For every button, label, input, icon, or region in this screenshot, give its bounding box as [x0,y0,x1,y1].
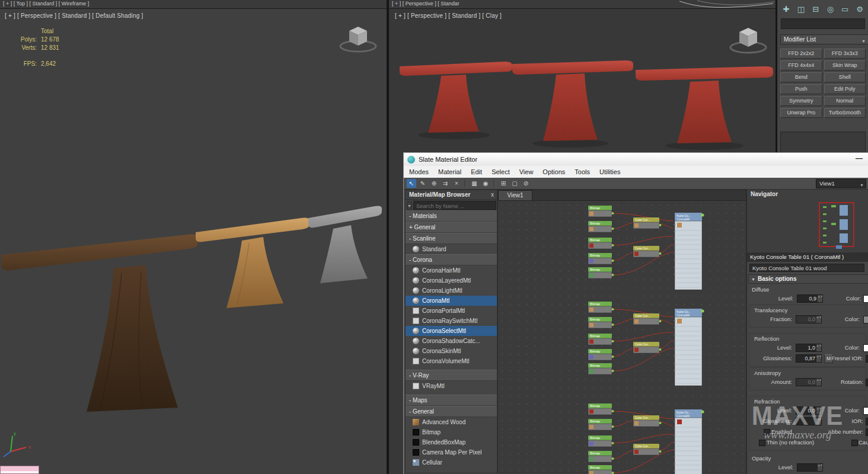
thin-checkbox[interactable] [759,440,765,446]
modifier-button-shell[interactable]: Shell [824,72,866,82]
diffuse-color-swatch[interactable] [863,295,868,303]
browser-group-maps-general[interactable]: - General [406,406,497,417]
browser-item-coronalayeredmtl[interactable]: CoronaLayeredMtl [406,276,497,286]
browser-item-standard[interactable]: Standard [406,244,497,254]
view-selector-dropdown[interactable]: View1 ▼ [816,179,866,188]
browser-item-advanced-wood[interactable]: Advanced Wood [406,417,497,427]
motion-tab-icon[interactable]: ◎ [824,2,837,15]
menu-edit[interactable]: Edit [471,168,482,175]
modifier-button-symmetry[interactable]: Symmetry [780,96,822,106]
browser-item-coronamtl[interactable]: CoronaMtl [406,296,497,306]
reflection-level-spinner[interactable]: 1,0▲▼ [796,344,822,352]
browser-item-coronashadowcatcher[interactable]: CoronaShadowCatc... [406,336,497,346]
browser-item-coronarayswitchmtl[interactable]: CoronaRaySwitchMtl [406,316,497,326]
hierarchy-tab-icon[interactable]: ⊟ [809,2,822,15]
modifier-list-dropdown[interactable]: Modifier List ▼ [780,34,868,44]
clay-table-2[interactable] [512,60,633,141]
reflection-glossiness-spinner[interactable]: 0,87▲▼ [796,354,822,363]
modifier-button-bend[interactable]: Bend [780,72,822,82]
table-model-light-wood[interactable] [196,218,309,308]
modifier-button-ffd3x3x3[interactable]: FFD 3x3x3 [824,49,866,59]
zoom-extents-icon[interactable]: ▢ [510,179,519,188]
modifier-button-push[interactable]: Push [780,84,822,94]
browser-item-coronalightmtl[interactable]: CoronaLightMtl [406,286,497,296]
maxscript-mini-listener[interactable] [0,466,39,474]
view1-tab[interactable]: View1 [498,190,532,200]
browser-group-general[interactable]: + General [406,222,497,233]
close-icon[interactable]: x [491,190,494,200]
browser-group-materials[interactable]: - Materials [406,210,497,222]
view-cube[interactable] [340,27,376,52]
clay-table-3[interactable] [636,66,773,143]
assign-material-icon[interactable]: ⊕ [429,179,439,188]
browser-item-camera-map-per-pixel[interactable]: Camera Map Per Pixel [406,447,497,457]
browser-group-scanline[interactable]: - Scanline [406,233,497,244]
refraction-color-swatch[interactable] [863,407,868,415]
menu-material[interactable]: Material [438,168,461,175]
minimize-button[interactable]: — [856,154,863,162]
clay-table-1[interactable] [400,62,512,133]
search-input[interactable] [413,201,496,211]
layout-all-icon[interactable]: ⊞ [499,179,508,188]
ior-value[interactable] [866,418,868,425]
modify-tab-icon[interactable]: ◫ [794,2,808,15]
diffuse-level-spinner[interactable]: 0,9▲▼ [797,294,823,303]
browser-item-vraymtl[interactable]: VRayMtl [406,381,497,391]
browser-item-cellular[interactable]: Cellular [406,457,497,467]
browser-item-coronaselectmtl[interactable]: CoronaSelectMtl [406,326,497,336]
rotation-value[interactable] [866,379,868,386]
menu-select[interactable]: Select [492,168,510,175]
object-name-field[interactable] [781,18,865,29]
modifier-button-ffd4x4x4[interactable]: FFD 4x4x4 [780,60,822,71]
browser-group-corona[interactable]: - Corona [406,254,497,265]
search-options-icon[interactable]: ▼ [407,201,412,210]
menu-utilities[interactable]: Utilities [599,168,620,175]
translucency-fraction-spinner[interactable]: 0,0▲▼ [796,315,822,324]
navigator-view-frame[interactable] [819,203,854,246]
navigator-header[interactable]: Navigator [747,190,868,200]
abbe-number-value[interactable] [866,428,868,436]
modifier-button-ffd2x2x2[interactable]: FFD 2x2x2 [780,49,822,59]
browser-header[interactable]: Material/Map Browser x [406,190,497,200]
browser-group-maps[interactable]: - Maps [406,395,497,406]
utilities-tab-icon[interactable]: ⚙ [853,2,866,15]
modifier-stack[interactable] [780,132,866,153]
refraction-level-spinner[interactable]: 0,0▲▼ [796,406,822,415]
browser-item-coronaportalmtl[interactable]: CoronaPortalMtl [406,306,497,316]
basic-options-rollout[interactable]: ▼Basic options [748,274,868,284]
modifier-button-skin-wrap[interactable]: Skin Wrap [824,60,866,71]
browser-group-vray[interactable]: - V-Ray [406,370,497,381]
node-canvas[interactable]: Bitmap Color Cor... Kyoto Co.. [498,201,746,473]
navigator-thumbnail[interactable] [747,199,868,253]
display-tab-icon[interactable]: ▭ [838,2,851,15]
view-cube-right[interactable] [730,28,766,53]
enabled-checkbox[interactable] [764,429,770,435]
modifier-button-edit-poly[interactable]: Edit Poly [824,84,866,94]
table-model-dark-wood[interactable] [1,234,198,412]
reflection-color-swatch[interactable] [863,344,868,352]
refraction-glossiness-spinner[interactable]: ▲▼ [796,417,822,425]
browser-item-blendedboxmap[interactable]: BlendedBoxMap [406,437,497,447]
modifier-button-turbosmooth[interactable]: TurboSmooth [824,108,866,118]
browser-item-coronahairmtl[interactable]: CoronaHairMtl [406,265,497,276]
menu-options[interactable]: Options [542,168,565,175]
menu-tools[interactable]: Tools [575,168,590,175]
menu-view[interactable]: View [519,168,534,175]
viewport-left[interactable]: [ + ] [ Top ] [ Standard ] [ Wireframe ]… [0,0,389,474]
node-cluster-3[interactable] [588,403,704,474]
opacity-level-spinner[interactable]: ▲▼ [797,463,823,472]
modifier-button-unwrap-pro[interactable]: Unwrap Pro [780,108,822,118]
translucency-color-swatch[interactable] [863,316,868,324]
browser-item-coronavolumemtl[interactable]: CoronaVolumeMtl [406,356,497,366]
node-cluster-1[interactable] [588,206,704,290]
anisotropy-amount-spinner[interactable]: 0,0▲▼ [796,378,822,386]
pick-material-icon[interactable]: ✎ [418,179,427,188]
show-background-icon[interactable]: ▦ [470,179,479,188]
fresnel-ior-value[interactable] [866,355,868,363]
hide-unused-slots-icon[interactable]: ⊘ [521,179,531,188]
table-model-gray[interactable] [308,206,382,284]
create-tab-icon[interactable]: ✚ [780,2,793,15]
modifier-button-normal[interactable]: Normal [824,96,866,106]
select-tool-icon[interactable]: ↖ [407,179,416,188]
show-shaded-material-icon[interactable]: ◉ [481,179,490,188]
